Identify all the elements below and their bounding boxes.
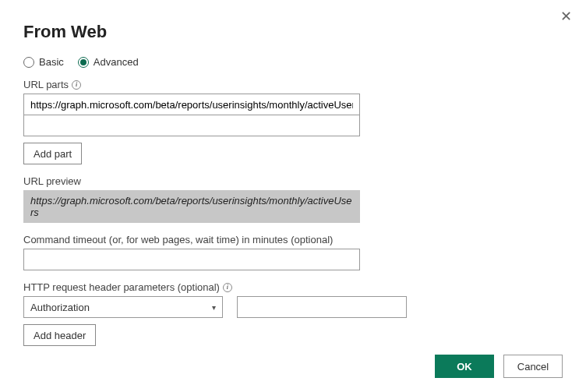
dialog-footer: OK Cancel <box>435 355 563 378</box>
add-header-button[interactable]: Add header <box>23 324 96 346</box>
url-part-input-2[interactable] <box>23 115 360 136</box>
url-preview-label: URL preview <box>23 175 563 187</box>
mode-radio-group: Basic Advanced <box>23 56 563 68</box>
info-icon[interactable]: i <box>72 80 81 90</box>
chevron-down-icon: ▾ <box>212 303 216 312</box>
close-button[interactable]: ✕ <box>557 6 575 26</box>
command-timeout-label: Command timeout (or, for web pages, wait… <box>23 234 563 245</box>
http-headers-label: HTTP request header parameters (optional… <box>23 281 563 293</box>
radio-icon <box>23 57 34 68</box>
close-icon: ✕ <box>560 9 572 24</box>
cancel-button[interactable]: Cancel <box>503 355 563 378</box>
mode-advanced-radio[interactable]: Advanced <box>78 56 139 68</box>
info-icon[interactable]: i <box>223 283 232 292</box>
url-part-input-1[interactable] <box>23 94 360 115</box>
http-header-value-input[interactable] <box>237 296 407 318</box>
mode-basic-radio[interactable]: Basic <box>23 56 64 68</box>
http-header-name-value: Authorization <box>30 302 90 313</box>
radio-icon <box>78 57 89 68</box>
from-web-dialog: ✕ From Web Basic Advanced URL parts i Ad… <box>0 0 586 392</box>
url-preview-value: https://graph.microsoft.com/beta/reports… <box>23 190 360 223</box>
url-parts-label: URL parts i <box>23 79 563 90</box>
add-part-button[interactable]: Add part <box>23 143 82 164</box>
mode-advanced-label: Advanced <box>94 56 139 68</box>
mode-basic-label: Basic <box>39 56 64 68</box>
http-header-row: Authorization ▾ <box>23 296 563 318</box>
ok-button[interactable]: OK <box>435 355 494 378</box>
dialog-title: From Web <box>23 22 563 42</box>
http-header-name-select[interactable]: Authorization ▾ <box>23 296 223 318</box>
command-timeout-input[interactable] <box>23 249 360 270</box>
